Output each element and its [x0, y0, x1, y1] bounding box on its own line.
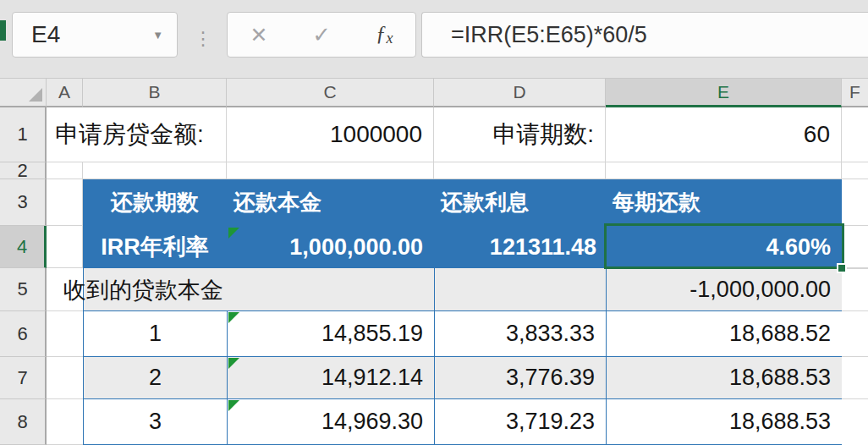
header-cell-payment[interactable]: 每期还款: [613, 179, 842, 226]
name-box-dropdown-icon[interactable]: ▼: [152, 29, 177, 41]
formula-bar-resize-handle[interactable]: ⋮: [196, 19, 210, 59]
name-box-value: E4: [13, 21, 152, 48]
column-header-c[interactable]: C: [227, 79, 434, 107]
fill-handle[interactable]: [837, 263, 847, 273]
row-header-7[interactable]: 7: [0, 357, 47, 399]
cell-b6-period[interactable]: 1: [84, 311, 228, 356]
cell-b1-loan-label[interactable]: 申请房贷金额:: [47, 107, 227, 162]
error-indicator-icon-c6: [228, 312, 239, 323]
gridline: [847, 268, 868, 269]
insert-function-icon[interactable]: ƒx: [376, 22, 393, 47]
dots-icon: ⋮: [194, 28, 212, 50]
cell-c6-principal[interactable]: 14,855.19: [228, 311, 435, 356]
cell-f1[interactable]: [842, 107, 868, 162]
cell-e5-outflow[interactable]: -1,000,000.00: [607, 268, 842, 310]
cell-b7-period[interactable]: 2: [84, 357, 228, 398]
cell-b2[interactable]: [83, 162, 227, 179]
clipped-green-element: [0, 20, 6, 41]
column-header-a[interactable]: A: [47, 79, 83, 107]
row-header-3[interactable]: 3: [0, 179, 47, 226]
error-indicator-icon-c8: [228, 400, 239, 411]
row-header-1[interactable]: 1: [0, 107, 47, 162]
cell-d6-interest[interactable]: 3,833.33: [435, 311, 607, 356]
cell-f8[interactable]: [842, 399, 868, 445]
select-all-button[interactable]: [0, 79, 47, 107]
cell-a4[interactable]: [47, 226, 83, 268]
formula-input[interactable]: =IRR(E5:E65)*60/5: [421, 12, 868, 58]
table-row-6: 1 14,855.19 3,833.33 18,688.52: [84, 311, 842, 357]
cell-a7[interactable]: [47, 357, 83, 399]
formula-buttons-group: ✕ ✓ ƒx: [227, 12, 416, 58]
column-header-b[interactable]: B: [83, 79, 227, 107]
cell-b4-irr-label[interactable]: IRR年利率: [83, 226, 227, 268]
cell-d1-periods-label[interactable]: 申请期数:: [434, 107, 606, 162]
cell-a5-loan-received-label[interactable]: 收到的贷款本金: [51, 268, 223, 311]
cell-d5[interactable]: [435, 268, 607, 310]
cell-a6[interactable]: [47, 311, 83, 357]
select-all-triangle-icon: [29, 88, 42, 102]
cell-d7-interest[interactable]: 3,776.39: [435, 357, 607, 398]
active-cell-selection-border: [604, 223, 844, 269]
enter-icon[interactable]: ✓: [312, 22, 331, 48]
formula-text: =IRR(E5:E65)*60/5: [422, 22, 647, 48]
table-row-7: 2 14,912.14 3,776.39 18,688.53: [84, 357, 842, 399]
row-header-2[interactable]: 2: [0, 162, 47, 179]
cell-d2[interactable]: [434, 162, 606, 179]
formula-bar: E4 ▼ ⋮ ✕ ✓ ƒx =IRR(E5:E65)*60/5: [0, 0, 868, 79]
cell-d4-interest-total[interactable]: 121311.48: [434, 226, 606, 268]
cell-c8-principal[interactable]: 14,969.30: [228, 399, 435, 444]
cell-b8-period[interactable]: 3: [84, 399, 228, 444]
cell-e1-periods-value[interactable]: 60: [606, 107, 842, 162]
cell-a2[interactable]: [47, 162, 83, 179]
sheet-grid: A B C D E F 1 2 3 4 5 6 7 8 申请房贷金额: 1000…: [0, 79, 868, 445]
error-indicator-icon-c4: [228, 228, 239, 239]
column-header-e-selected[interactable]: E: [606, 79, 842, 107]
cell-a8[interactable]: [47, 399, 83, 445]
cell-f3[interactable]: [842, 179, 868, 226]
header-cell-principal[interactable]: 还款本金: [233, 179, 434, 226]
row-header-8[interactable]: 8: [0, 399, 47, 445]
header-cell-repayment-period[interactable]: 还款期数: [83, 179, 227, 226]
row-header-4-selected[interactable]: 4: [0, 226, 47, 268]
cell-a3[interactable]: [47, 179, 83, 226]
cell-d8-interest[interactable]: 3,719.23: [435, 399, 607, 444]
cancel-icon[interactable]: ✕: [250, 23, 267, 47]
name-box[interactable]: E4 ▼: [12, 12, 178, 58]
cell-e6-payment[interactable]: 18,688.52: [607, 311, 842, 356]
cell-c7-principal[interactable]: 14,912.14: [228, 357, 435, 398]
row-header-5[interactable]: 5: [0, 268, 47, 311]
cell-f2[interactable]: [842, 162, 868, 179]
column-header-d[interactable]: D: [434, 79, 606, 107]
cell-c2[interactable]: [227, 162, 434, 179]
cell-f7[interactable]: [842, 357, 868, 399]
row-header-6[interactable]: 6: [0, 311, 47, 357]
cell-c4-principal-total[interactable]: 1,000,000.00: [227, 226, 434, 268]
table-row-8: 3 14,969.30 3,719.23 18,688.53: [84, 399, 842, 445]
cell-f6[interactable]: [842, 311, 868, 357]
cell-f5[interactable]: [842, 268, 868, 311]
header-cell-interest[interactable]: 还款利息: [441, 179, 606, 226]
cell-e2[interactable]: [606, 162, 842, 179]
cell-e8-payment[interactable]: 18,688.53: [607, 399, 842, 444]
error-indicator-icon-c7: [228, 358, 239, 369]
cell-e7-payment[interactable]: 18,688.53: [607, 357, 842, 398]
cell-f4[interactable]: [842, 226, 868, 268]
column-header-f[interactable]: F: [842, 79, 868, 107]
cell-c1-loan-amount[interactable]: 1000000: [227, 107, 434, 162]
